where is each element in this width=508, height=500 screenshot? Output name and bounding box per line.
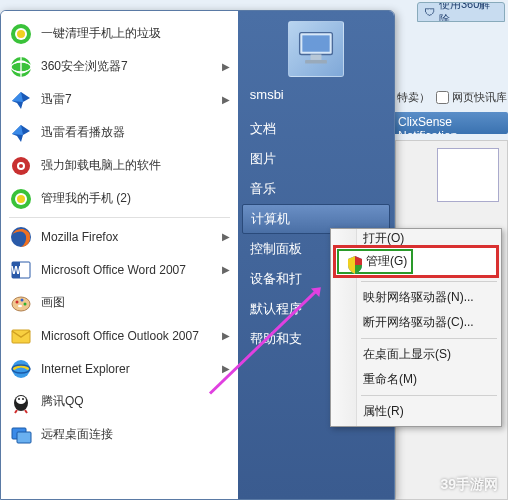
program-label: 远程桌面连接 xyxy=(41,426,230,443)
context-menu-separator xyxy=(361,338,497,339)
svg-rect-32 xyxy=(305,60,327,64)
qq-icon xyxy=(9,390,33,414)
svg-point-7 xyxy=(19,164,23,168)
program-label: 迅雷看看播放器 xyxy=(41,124,230,141)
checkbox-label: 网页快讯库 xyxy=(452,90,507,105)
firefox-icon xyxy=(9,225,33,249)
program-label: Internet Explorer xyxy=(41,362,222,376)
browser-tab[interactable]: 🛡 使用360解除 xyxy=(417,2,505,22)
program-label: 腾讯QQ xyxy=(41,393,230,410)
svg-point-2 xyxy=(17,30,25,38)
program-item[interactable]: Mozilla Firefox▶ xyxy=(1,220,238,253)
context-menu-label: 打开(O) xyxy=(363,231,404,245)
circle-green-icon xyxy=(9,187,33,211)
program-item[interactable]: 管理我的手机 (2) xyxy=(1,182,238,215)
context-menu-item[interactable]: 断开网络驱动器(C)... xyxy=(333,310,499,335)
shield-icon: 🛡 xyxy=(424,6,435,18)
program-label: Mozilla Firefox xyxy=(41,230,222,244)
context-menu-label: 断开网络驱动器(C)... xyxy=(363,314,474,331)
program-item[interactable]: WMicrosoft Office Word 2007▶ xyxy=(1,253,238,286)
bird-blue-icon xyxy=(9,121,33,145)
program-label: 强力卸载电脑上的软件 xyxy=(41,157,230,174)
checkbox-input[interactable] xyxy=(436,91,449,104)
notification-bar[interactable]: ClixSense Notification xyxy=(390,112,508,134)
program-item[interactable]: 远程桌面连接 xyxy=(1,418,238,451)
quicklinks-checkbox[interactable]: 网页快讯库 xyxy=(436,90,507,105)
context-menu-item[interactable]: 属性(R) xyxy=(333,399,499,424)
svg-rect-28 xyxy=(17,432,31,443)
paint-icon xyxy=(9,291,33,315)
circle-green-icon xyxy=(9,22,33,46)
gear-red-icon xyxy=(9,154,33,178)
program-label: 迅雷7 xyxy=(41,91,222,108)
bird-blue-icon xyxy=(9,88,33,112)
program-label: 管理我的手机 (2) xyxy=(41,190,230,207)
context-menu-item-highlighted[interactable]: 管理(G) xyxy=(333,245,499,278)
context-menu-label: 属性(R) xyxy=(363,403,404,420)
program-label: Microsoft Office Outlook 2007 xyxy=(41,329,222,343)
submenu-arrow-icon: ▶ xyxy=(222,264,230,275)
context-menu-item[interactable]: 在桌面上显示(S) xyxy=(333,342,499,367)
program-label: 画图 xyxy=(41,294,230,311)
program-item[interactable]: 迅雷7▶ xyxy=(1,83,238,116)
shield-icon xyxy=(343,253,361,271)
svg-point-19 xyxy=(18,304,22,307)
submenu-arrow-icon: ▶ xyxy=(222,231,230,242)
svg-text:W: W xyxy=(11,265,21,276)
program-item[interactable]: Internet Explorer▶ xyxy=(1,352,238,385)
context-menu-separator xyxy=(361,281,497,282)
rdp-icon xyxy=(9,423,33,447)
svg-rect-30 xyxy=(302,35,329,51)
program-label: 一键清理手机上的垃圾 xyxy=(41,25,230,42)
divider xyxy=(9,217,230,218)
context-menu-label: 在桌面上显示(S) xyxy=(363,346,451,363)
start-menu-programs-panel: 一键清理手机上的垃圾360安全浏览器7▶迅雷7▶迅雷看看播放器强力卸载电脑上的软… xyxy=(1,11,238,499)
program-item[interactable]: 画图 xyxy=(1,286,238,319)
places-item[interactable]: 文档 xyxy=(238,114,394,144)
program-item[interactable]: 强力卸载电脑上的软件 xyxy=(1,149,238,182)
program-item[interactable]: 腾讯QQ xyxy=(1,385,238,418)
program-item[interactable]: 一键清理手机上的垃圾 xyxy=(1,17,238,50)
context-menu-label: 映射网络驱动器(N)... xyxy=(363,289,474,306)
svg-rect-31 xyxy=(310,54,321,59)
watermark: 39手游网 xyxy=(440,476,498,494)
program-item[interactable]: 迅雷看看播放器 xyxy=(1,116,238,149)
program-item[interactable]: Microsoft Office Outlook 2007▶ xyxy=(1,319,238,352)
program-item[interactable]: 360安全浏览器7▶ xyxy=(1,50,238,83)
svg-point-26 xyxy=(22,398,24,400)
outlook-icon xyxy=(9,324,33,348)
svg-point-24 xyxy=(16,396,26,404)
places-item[interactable]: 音乐 xyxy=(238,174,394,204)
globe-green-icon xyxy=(9,55,33,79)
context-menu-item[interactable]: 映射网络驱动器(N)... xyxy=(333,285,499,310)
toolbar-row: 特卖） 网页快讯库 xyxy=(395,86,508,108)
context-menu-item[interactable]: 打开(O) xyxy=(333,231,499,245)
username-label: smsbi xyxy=(238,87,284,102)
svg-point-16 xyxy=(16,300,19,303)
context-menu-item-inner[interactable]: 管理(G) xyxy=(337,249,413,274)
submenu-arrow-icon: ▶ xyxy=(222,330,230,341)
svg-point-18 xyxy=(24,302,27,305)
computer-context-menu: 打开(O)管理(G)映射网络驱动器(N)...断开网络驱动器(C)...在桌面上… xyxy=(330,228,502,427)
tab-label: 使用360解除 xyxy=(439,2,498,22)
context-menu-separator xyxy=(361,395,497,396)
submenu-arrow-icon: ▶ xyxy=(222,61,230,72)
places-item[interactable]: 图片 xyxy=(238,144,394,174)
thumbnail xyxy=(437,148,499,202)
svg-point-25 xyxy=(18,398,20,400)
submenu-arrow-icon: ▶ xyxy=(222,94,230,105)
program-label: Microsoft Office Word 2007 xyxy=(41,263,222,277)
svg-point-10 xyxy=(17,195,25,203)
context-menu-item[interactable]: 重命名(M) xyxy=(333,367,499,392)
context-menu-label: 重命名(M) xyxy=(363,371,417,388)
toolbar-text: 特卖） xyxy=(397,90,430,105)
ie-icon xyxy=(9,357,33,381)
context-menu-label: 管理(G) xyxy=(366,253,407,270)
program-label: 360安全浏览器7 xyxy=(41,58,222,75)
svg-point-17 xyxy=(21,298,24,301)
user-avatar[interactable] xyxy=(288,21,344,77)
word-icon: W xyxy=(9,258,33,282)
monitor-icon xyxy=(294,29,338,69)
